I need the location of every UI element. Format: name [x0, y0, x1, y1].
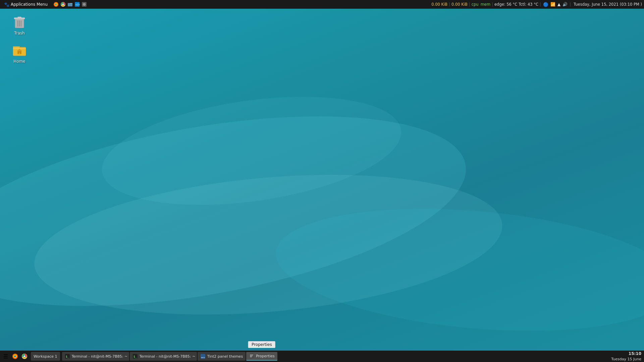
workspace-button[interactable]: Workspace 1 — [31, 352, 60, 361]
taskbar-menu-icon[interactable]: ☰ — [1, 352, 10, 361]
temp-edge: edge: 56 °C — [494, 2, 517, 7]
datetime-display: Tuesday, June 15, 2021 (03:10 PM ) — [574, 2, 642, 7]
taskbar: ☰ Workspace 1 — [0, 351, 644, 362]
task-properties-label: Properties — [256, 354, 275, 358]
taskbar-chrome-icon[interactable] — [20, 352, 29, 361]
task-tint2-label: Tint2 panel themes — [207, 354, 243, 359]
desktop — [0, 0, 644, 362]
panel-right: 0.00 KiB | 0.00 KiB | cpu mem | edge: 56… — [431, 2, 644, 7]
trash-label: Trash — [14, 31, 25, 36]
temp-tctl: Tctl: 43 °C — [519, 2, 538, 7]
stat-sep-1: | — [449, 2, 450, 7]
svg-rect-42 — [250, 356, 253, 356]
svg-rect-43 — [250, 357, 252, 357]
svg-rect-38 — [201, 357, 203, 358]
taskbar-time: 15:10 — [629, 351, 641, 357]
home-label: Home — [13, 59, 25, 64]
taskbar-firefox-icon[interactable] — [11, 352, 19, 361]
top-panel: 🐾 Applications Menu — [0, 0, 644, 9]
svg-point-5 — [62, 4, 64, 5]
terminal-icon-2: $_ — [132, 354, 138, 359]
svg-rect-25 — [13, 48, 26, 49]
task-terminal-2-label: Terminal - nit@nit-MS-7B85: ~ — [140, 354, 196, 359]
taskbar-right: 15:10 Tuesday 15 June — [611, 351, 644, 362]
properties-icon — [249, 353, 254, 359]
apps-menu-icon: 🐾 — [4, 2, 9, 7]
task-properties[interactable]: Properties — [246, 352, 277, 361]
chromium-icon[interactable] — [60, 1, 66, 7]
wifi-icon[interactable]: 📶 — [550, 2, 555, 7]
trash-svg — [12, 14, 27, 29]
trash-icon-image — [11, 13, 28, 29]
taskbar-date: Tuesday 15 June — [611, 357, 641, 362]
task-properties-wrapper: Properties Properties — [246, 352, 277, 361]
firefox-icon[interactable] — [53, 1, 59, 7]
tint2-icon — [200, 354, 206, 359]
taskbar-left: ☰ Workspace 1 — [0, 352, 60, 361]
svg-rect-18 — [14, 18, 25, 18]
task-tint2[interactable]: Tint2 panel themes — [198, 352, 246, 361]
stat-sep-2: | — [469, 2, 470, 7]
bluetooth-icon[interactable]: 🔵 — [543, 2, 548, 7]
svg-point-28 — [14, 356, 16, 357]
properties-tooltip: Properties — [248, 341, 275, 348]
task-terminal-1-label: Terminal - nit@nit-MS-7B85: ~ — [72, 354, 128, 359]
applications-menu[interactable]: 🐾 Applications Menu — [1, 1, 50, 8]
svg-rect-41 — [250, 355, 253, 355]
desktop-icons-area: Trash — [6, 12, 33, 65]
apps-menu-label: Applications Menu — [11, 2, 48, 7]
home-desktop-icon[interactable]: Home — [6, 40, 33, 65]
home-icon-image — [11, 42, 28, 58]
stat-sep-5: | — [570, 2, 571, 7]
settings-icon[interactable] — [81, 1, 87, 7]
panel-quick-launch: </> — [53, 1, 87, 7]
svg-text:</>: </> — [75, 3, 80, 6]
editor-icon[interactable]: </> — [74, 1, 80, 7]
svg-point-11 — [84, 4, 85, 5]
svg-text:$_: $_ — [66, 355, 69, 358]
svg-rect-23 — [19, 53, 20, 54]
svg-rect-39 — [204, 357, 205, 358]
home-svg — [12, 42, 27, 57]
svg-text:$_: $_ — [133, 355, 137, 358]
panel-left: 🐾 Applications Menu — [0, 1, 87, 8]
task-terminal-1[interactable]: $_ Terminal - nit@nit-MS-7B85: ~ — [62, 352, 129, 361]
net-up-stat: 0.00 KiB — [451, 2, 468, 7]
svg-point-2 — [55, 4, 57, 5]
net-down-stat: 0.00 KiB — [431, 2, 447, 7]
mem-label: mem — [481, 2, 490, 7]
stat-sep-3: | — [492, 2, 493, 7]
taskbar-tasks: $_ Terminal - nit@nit-MS-7B85: ~ $_ Term… — [62, 352, 611, 361]
task-terminal-2[interactable]: $_ Terminal - nit@nit-MS-7B85: ~ — [130, 352, 197, 361]
network-icon[interactable]: ▲ — [557, 2, 560, 7]
svg-point-31 — [24, 356, 25, 357]
volume-icon[interactable]: 🔊 — [562, 2, 568, 7]
stat-sep-4: | — [540, 2, 541, 7]
terminal-icon-1: $_ — [65, 354, 70, 359]
trash-desktop-icon[interactable]: Trash — [6, 12, 33, 37]
cpu-label: cpu — [472, 2, 479, 7]
files-icon[interactable] — [67, 1, 73, 7]
